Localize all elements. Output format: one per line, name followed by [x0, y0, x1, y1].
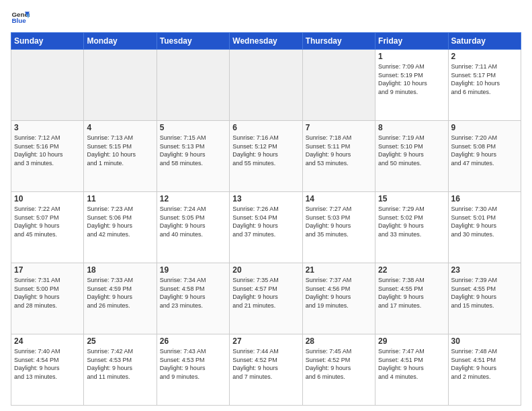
- day-info: Sunrise: 7:48 AM Sunset: 4:51 PM Dayligh…: [451, 347, 518, 381]
- calendar-cell: 30Sunrise: 7:48 AM Sunset: 4:51 PM Dayli…: [448, 334, 521, 406]
- day-info: Sunrise: 7:26 AM Sunset: 5:04 PM Dayligh…: [232, 205, 299, 238]
- weekday-header-saturday: Saturday: [448, 33, 521, 50]
- day-info: Sunrise: 7:39 AM Sunset: 4:55 PM Dayligh…: [451, 276, 518, 310]
- calendar-cell: 27Sunrise: 7:44 AM Sunset: 4:52 PM Dayli…: [230, 334, 302, 406]
- calendar-cell: 25Sunrise: 7:42 AM Sunset: 4:53 PM Dayli…: [84, 334, 157, 406]
- day-number: 2: [451, 52, 518, 61]
- calendar-cell: 16Sunrise: 7:30 AM Sunset: 5:01 PM Dayli…: [448, 192, 521, 263]
- day-info: Sunrise: 7:31 AM Sunset: 5:00 PM Dayligh…: [14, 276, 81, 310]
- calendar-cell: [84, 50, 157, 121]
- day-info: Sunrise: 7:18 AM Sunset: 5:11 PM Dayligh…: [306, 134, 372, 167]
- day-info: Sunrise: 7:38 AM Sunset: 4:55 PM Dayligh…: [378, 276, 445, 310]
- weekday-header-row: SundayMondayTuesdayWednesdayThursdayFrid…: [11, 33, 521, 50]
- day-number: 18: [87, 265, 153, 275]
- weekday-header-tuesday: Tuesday: [157, 33, 229, 50]
- weekday-header-wednesday: Wednesday: [230, 33, 302, 50]
- day-number: 3: [14, 123, 81, 132]
- day-number: 12: [160, 194, 226, 203]
- calendar-cell: 4Sunrise: 7:13 AM Sunset: 5:15 PM Daylig…: [84, 121, 157, 192]
- calendar-cell: 26Sunrise: 7:43 AM Sunset: 4:53 PM Dayli…: [157, 334, 229, 406]
- day-info: Sunrise: 7:40 AM Sunset: 4:54 PM Dayligh…: [14, 347, 81, 381]
- day-number: 1: [378, 52, 445, 61]
- day-info: Sunrise: 7:22 AM Sunset: 5:07 PM Dayligh…: [14, 205, 81, 238]
- calendar-cell: 2Sunrise: 7:11 AM Sunset: 5:17 PM Daylig…: [448, 50, 521, 121]
- day-number: 16: [451, 194, 518, 203]
- calendar-cell: [230, 50, 302, 121]
- day-info: Sunrise: 7:24 AM Sunset: 5:05 PM Dayligh…: [160, 205, 226, 238]
- day-number: 28: [306, 336, 372, 346]
- calendar-cell: 24Sunrise: 7:40 AM Sunset: 4:54 PM Dayli…: [11, 334, 84, 406]
- day-number: 17: [14, 265, 81, 275]
- header: General Blue: [11, 8, 521, 27]
- logo-icon: General Blue: [11, 8, 30, 27]
- day-number: 27: [232, 336, 299, 346]
- logo: General Blue: [11, 8, 32, 27]
- day-info: Sunrise: 7:37 AM Sunset: 4:56 PM Dayligh…: [306, 276, 372, 310]
- calendar-cell: 1Sunrise: 7:09 AM Sunset: 5:19 PM Daylig…: [375, 50, 448, 121]
- day-number: 24: [14, 336, 81, 346]
- weekday-header-monday: Monday: [84, 33, 157, 50]
- day-info: Sunrise: 7:15 AM Sunset: 5:13 PM Dayligh…: [160, 134, 226, 167]
- day-info: Sunrise: 7:34 AM Sunset: 4:58 PM Dayligh…: [160, 276, 226, 310]
- day-number: 29: [378, 336, 445, 346]
- svg-text:Blue: Blue: [11, 17, 26, 24]
- day-info: Sunrise: 7:13 AM Sunset: 5:15 PM Dayligh…: [87, 134, 153, 167]
- day-info: Sunrise: 7:12 AM Sunset: 5:16 PM Dayligh…: [14, 134, 81, 167]
- calendar-cell: 7Sunrise: 7:18 AM Sunset: 5:11 PM Daylig…: [302, 121, 375, 192]
- day-info: Sunrise: 7:11 AM Sunset: 5:17 PM Dayligh…: [451, 62, 518, 96]
- day-info: Sunrise: 7:44 AM Sunset: 4:52 PM Dayligh…: [232, 347, 299, 381]
- calendar-week-4: 17Sunrise: 7:31 AM Sunset: 5:00 PM Dayli…: [11, 263, 521, 334]
- calendar-cell: 29Sunrise: 7:47 AM Sunset: 4:51 PM Dayli…: [375, 334, 448, 406]
- day-info: Sunrise: 7:33 AM Sunset: 4:59 PM Dayligh…: [87, 276, 153, 310]
- day-info: Sunrise: 7:23 AM Sunset: 5:06 PM Dayligh…: [87, 205, 153, 238]
- day-info: Sunrise: 7:30 AM Sunset: 5:01 PM Dayligh…: [451, 205, 518, 238]
- calendar-cell: 22Sunrise: 7:38 AM Sunset: 4:55 PM Dayli…: [375, 263, 448, 334]
- day-info: Sunrise: 7:29 AM Sunset: 5:02 PM Dayligh…: [378, 205, 445, 238]
- calendar-cell: 12Sunrise: 7:24 AM Sunset: 5:05 PM Dayli…: [157, 192, 229, 263]
- page: General Blue SundayMondayTuesdayWednesda…: [0, 0, 532, 411]
- calendar-cell: 21Sunrise: 7:37 AM Sunset: 4:56 PM Dayli…: [302, 263, 375, 334]
- day-number: 8: [378, 123, 445, 132]
- calendar-week-5: 24Sunrise: 7:40 AM Sunset: 4:54 PM Dayli…: [11, 334, 521, 406]
- calendar-week-2: 3Sunrise: 7:12 AM Sunset: 5:16 PM Daylig…: [11, 121, 521, 192]
- day-info: Sunrise: 7:27 AM Sunset: 5:03 PM Dayligh…: [306, 205, 372, 238]
- calendar-cell: 6Sunrise: 7:16 AM Sunset: 5:12 PM Daylig…: [230, 121, 302, 192]
- calendar-cell: 8Sunrise: 7:19 AM Sunset: 5:10 PM Daylig…: [375, 121, 448, 192]
- weekday-header-thursday: Thursday: [302, 33, 375, 50]
- day-info: Sunrise: 7:43 AM Sunset: 4:53 PM Dayligh…: [160, 347, 226, 381]
- day-number: 6: [232, 123, 299, 132]
- calendar-cell: 3Sunrise: 7:12 AM Sunset: 5:16 PM Daylig…: [11, 121, 84, 192]
- calendar-cell: [302, 50, 375, 121]
- day-number: 13: [232, 194, 299, 203]
- calendar-cell: 17Sunrise: 7:31 AM Sunset: 5:00 PM Dayli…: [11, 263, 84, 334]
- calendar-cell: 13Sunrise: 7:26 AM Sunset: 5:04 PM Dayli…: [230, 192, 302, 263]
- calendar-table: SundayMondayTuesdayWednesdayThursdayFrid…: [11, 32, 521, 406]
- calendar-cell: 9Sunrise: 7:20 AM Sunset: 5:08 PM Daylig…: [448, 121, 521, 192]
- calendar-cell: 5Sunrise: 7:15 AM Sunset: 5:13 PM Daylig…: [157, 121, 229, 192]
- day-info: Sunrise: 7:19 AM Sunset: 5:10 PM Dayligh…: [378, 134, 445, 167]
- calendar-cell: 10Sunrise: 7:22 AM Sunset: 5:07 PM Dayli…: [11, 192, 84, 263]
- calendar-cell: 28Sunrise: 7:45 AM Sunset: 4:52 PM Dayli…: [302, 334, 375, 406]
- day-info: Sunrise: 7:45 AM Sunset: 4:52 PM Dayligh…: [306, 347, 372, 381]
- day-number: 10: [14, 194, 81, 203]
- weekday-header-sunday: Sunday: [11, 33, 84, 50]
- day-number: 26: [160, 336, 226, 346]
- day-number: 4: [87, 123, 153, 132]
- day-number: 25: [87, 336, 153, 346]
- calendar-cell: [11, 50, 84, 121]
- calendar-cell: 23Sunrise: 7:39 AM Sunset: 4:55 PM Dayli…: [448, 263, 521, 334]
- calendar-cell: 20Sunrise: 7:35 AM Sunset: 4:57 PM Dayli…: [230, 263, 302, 334]
- day-number: 15: [378, 194, 445, 203]
- weekday-header-friday: Friday: [375, 33, 448, 50]
- calendar-week-3: 10Sunrise: 7:22 AM Sunset: 5:07 PM Dayli…: [11, 192, 521, 263]
- day-number: 5: [160, 123, 226, 132]
- day-number: 20: [232, 265, 299, 275]
- calendar-week-1: 1Sunrise: 7:09 AM Sunset: 5:19 PM Daylig…: [11, 50, 521, 121]
- calendar-cell: 11Sunrise: 7:23 AM Sunset: 5:06 PM Dayli…: [84, 192, 157, 263]
- day-number: 22: [378, 265, 445, 275]
- day-info: Sunrise: 7:09 AM Sunset: 5:19 PM Dayligh…: [378, 62, 445, 96]
- day-number: 23: [451, 265, 518, 275]
- day-info: Sunrise: 7:42 AM Sunset: 4:53 PM Dayligh…: [87, 347, 153, 381]
- day-info: Sunrise: 7:47 AM Sunset: 4:51 PM Dayligh…: [378, 347, 445, 381]
- day-info: Sunrise: 7:20 AM Sunset: 5:08 PM Dayligh…: [451, 134, 518, 167]
